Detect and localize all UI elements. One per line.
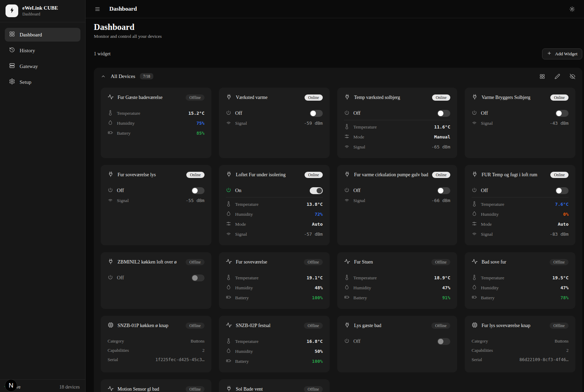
signal-row: Signal-65 dBm <box>344 142 450 152</box>
page-content: Dashboard Monitor and control all your d… <box>86 18 584 392</box>
framework-badge[interactable]: N <box>5 379 17 392</box>
stat-label: Mode <box>235 222 246 227</box>
stat-label: Temperature <box>235 275 258 281</box>
plug-icon <box>226 385 232 392</box>
bolt-icon <box>9 7 15 15</box>
plug-icon <box>472 94 478 101</box>
stat-label: Signal <box>353 198 365 203</box>
info-label: Capabilities <box>472 348 493 353</box>
temperature-row: Temperature19.1°C <box>226 273 323 283</box>
off-control-row: Off <box>472 186 569 195</box>
battery-value: 100% <box>312 295 323 300</box>
power-toggle[interactable] <box>555 110 569 117</box>
status-badge: Online <box>432 172 450 178</box>
power-toggle[interactable] <box>191 275 205 281</box>
sidebar-nav: DashboardHistoryGatewaySetup <box>0 22 85 94</box>
device-name: Temp værksted solbjerg <box>354 95 428 100</box>
status-badge: Online <box>432 94 450 101</box>
history-icon <box>9 47 15 54</box>
humidity-row: Humidity0% <box>472 209 569 219</box>
droplet-icon <box>472 284 477 291</box>
sidebar-item-label: Gateway <box>20 64 38 69</box>
on-control-row: On <box>226 186 323 195</box>
device-card: Fur lys soveværelse knapOfflineCategoryB… <box>465 316 575 372</box>
temperature-row: Temperature16.8°C <box>226 336 323 346</box>
status-badge: Offline <box>186 259 205 265</box>
device-card: Fur soveværelseOfflineTemperature19.1°CH… <box>219 252 330 309</box>
capabilities-value: 2 <box>566 348 569 353</box>
signal-row: Signal-43 dBm <box>472 118 569 128</box>
eye-off-icon[interactable] <box>570 74 575 79</box>
battery-row: Battery100% <box>226 293 323 303</box>
stat-label: Humidity <box>235 212 253 217</box>
device-card-header: SNZB-02P festsalOffline <box>226 322 323 329</box>
battery-value: 85% <box>196 131 204 136</box>
add-widget-button[interactable]: Add Widget <box>542 48 582 59</box>
app-root: eWeLink CUBE Dashboard DashboardHistoryG… <box>0 0 584 392</box>
wifi-icon <box>108 197 113 204</box>
device-card: Loftet Fur under isoleringOnlineOnTemper… <box>219 165 330 245</box>
widget-title: All Devices <box>111 74 135 79</box>
device-name: SNZB-01P køkken ø knap <box>118 323 182 328</box>
device-card-header: Varme Bryggers SolbjergOnline <box>472 94 569 101</box>
status-badge: Offline <box>431 259 450 265</box>
device-name: SNZB-02P festsal <box>236 323 300 328</box>
grid-icon[interactable] <box>539 74 545 79</box>
device-name: Fur Gæste badeværelse <box>118 95 182 100</box>
plug-icon <box>108 258 114 266</box>
power-icon <box>472 187 477 194</box>
main-area: Dashboard Dashboard Monitor and control … <box>86 0 584 392</box>
temperature-row: Temperature13.8°C <box>226 199 323 209</box>
stat-label: Temperature <box>235 339 258 344</box>
capabilities-row: Capabilities2 <box>108 346 205 355</box>
power-icon <box>226 110 231 117</box>
power-toggle[interactable] <box>191 187 205 194</box>
menu-button[interactable] <box>95 6 100 12</box>
sidebar-item-gateway[interactable]: Gateway <box>5 59 80 73</box>
status-badge: Offline <box>431 323 450 329</box>
device-name: Værksted varme <box>236 95 301 100</box>
humidity-row: Humidity75% <box>108 118 205 128</box>
off-control-row: Off <box>226 108 323 118</box>
serial-value: 1f225fec-d425-45c3… <box>155 357 205 362</box>
battery-row: Battery91% <box>344 293 450 303</box>
power-toggle[interactable] <box>310 110 323 117</box>
device-name: Fur soveværelse lys <box>118 172 183 178</box>
collapse-widget-button[interactable] <box>101 74 106 79</box>
power-toggle[interactable] <box>310 187 323 194</box>
signal-row: Signal-57 dBm <box>226 229 323 239</box>
card-divider <box>344 120 450 120</box>
category-row: CategoryButtons <box>108 336 205 346</box>
device-name: Fur varme cirkulation pumpe gulv bad <box>354 172 428 178</box>
power-toggle[interactable] <box>555 187 569 194</box>
device-cards-grid: Fur Gæste badeværelseOfflineTemperature1… <box>101 88 575 392</box>
sidebar-item-setup[interactable]: Setup <box>5 75 80 89</box>
power-toggle[interactable] <box>437 338 450 345</box>
theme-toggle[interactable] <box>569 6 575 12</box>
all-devices-widget: All Devices 7/18 Fur Gæste badeværelseOf… <box>94 68 582 392</box>
edit-icon[interactable] <box>554 74 560 79</box>
humidity-value: 72% <box>315 212 322 217</box>
stat-label: Temperature <box>235 202 258 207</box>
sidebar: eWeLink CUBE Dashboard DashboardHistoryG… <box>0 0 86 392</box>
device-card-header: Fur soveværelseOffline <box>226 258 323 266</box>
off-control-row: Off <box>472 108 569 118</box>
stat-label: Temperature <box>353 124 377 130</box>
status-badge: Offline <box>186 386 205 392</box>
sidebar-item-dashboard[interactable]: Dashboard <box>5 28 80 42</box>
battery-row: Battery85% <box>108 128 205 138</box>
thermometer-icon <box>472 275 477 281</box>
widget-count-label: 1 widget <box>94 51 111 57</box>
stat-label: Signal <box>481 232 493 237</box>
signal-value: -55 dBm <box>186 198 205 203</box>
plug-icon <box>226 171 232 179</box>
power-toggle[interactable] <box>437 110 450 117</box>
info-label: Category <box>472 338 488 344</box>
battery-icon <box>108 130 113 137</box>
power-toggle[interactable] <box>437 187 450 194</box>
device-card: Temp værksted solbjergOnlineOffTemperatu… <box>337 88 457 158</box>
sidebar-item-history[interactable]: History <box>5 44 80 57</box>
status-badge: Offline <box>186 94 205 101</box>
topbar: Dashboard <box>86 0 584 18</box>
device-card-header: Bad sove furOffline <box>472 258 569 266</box>
